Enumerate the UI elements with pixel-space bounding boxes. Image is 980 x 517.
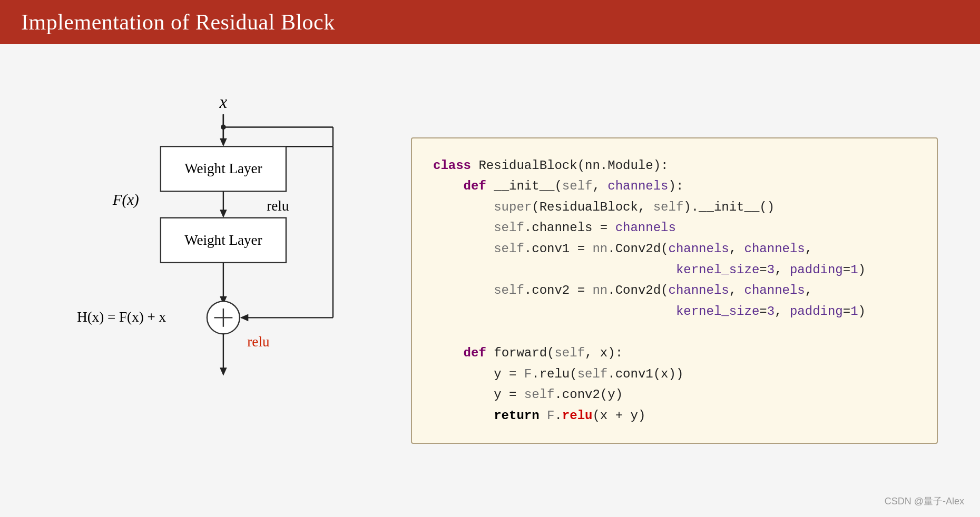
watermark: CSDN @量子-Alex xyxy=(885,495,964,508)
code-line-6: kernel_size=3, padding=1) xyxy=(433,260,916,281)
code-line-4: self.channels = channels xyxy=(433,217,916,238)
code-line-7: self.conv2 = nn.Conv2d(channels, channel… xyxy=(433,280,916,301)
code-block: class ResidualBlock(nn.Module): def __in… xyxy=(411,137,938,444)
svg-marker-13 xyxy=(240,314,248,322)
x-label: x xyxy=(219,93,228,112)
code-line-8: kernel_size=3, padding=1) xyxy=(433,301,916,322)
code-line-3: super(ResidualBlock, self).__init__() xyxy=(433,197,916,218)
svg-marker-3 xyxy=(220,210,227,217)
code-line-10: def forward(self, x): xyxy=(433,343,916,364)
fx-label: F(x) xyxy=(112,191,139,208)
code-line-1: class ResidualBlock(nn.Module): xyxy=(433,155,916,176)
code-line-2: def __init__(self, channels): xyxy=(433,176,916,197)
relu1-label: relu xyxy=(267,198,289,214)
code-line-5: self.conv1 = nn.Conv2d(channels, channel… xyxy=(433,238,916,260)
main-content: x Weight Layer F(x) relu Weight Layer xyxy=(0,44,980,516)
hx-formula: H(x) = F(x) + x xyxy=(77,309,166,325)
diagram-area: x Weight Layer F(x) relu Weight Layer xyxy=(42,86,369,402)
code-line-11: y = F.relu(self.conv1(x)) xyxy=(433,364,916,385)
weight-layer-1-label: Weight Layer xyxy=(184,161,262,176)
weight-layer-2-label: Weight Layer xyxy=(184,232,262,248)
svg-marker-9 xyxy=(220,367,227,375)
code-line-13: return F.relu(x + y) xyxy=(433,405,916,426)
relu2-label: relu xyxy=(247,334,270,350)
page-header: Implementation of Residual Block xyxy=(0,0,980,44)
residual-block-diagram: x Weight Layer F(x) relu Weight Layer xyxy=(42,86,369,402)
code-line-9 xyxy=(433,322,916,343)
code-line-12: y = self.conv2(y) xyxy=(433,384,916,405)
